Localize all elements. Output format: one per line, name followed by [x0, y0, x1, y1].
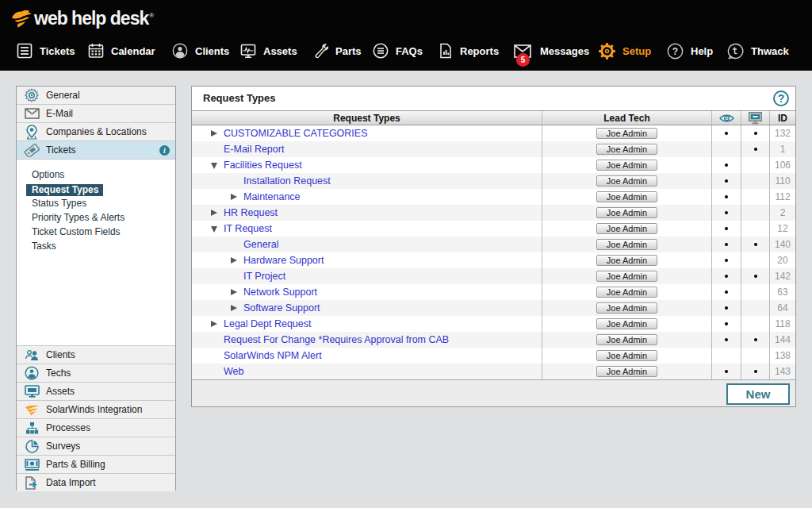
svg-text:?: ? — [672, 46, 678, 57]
